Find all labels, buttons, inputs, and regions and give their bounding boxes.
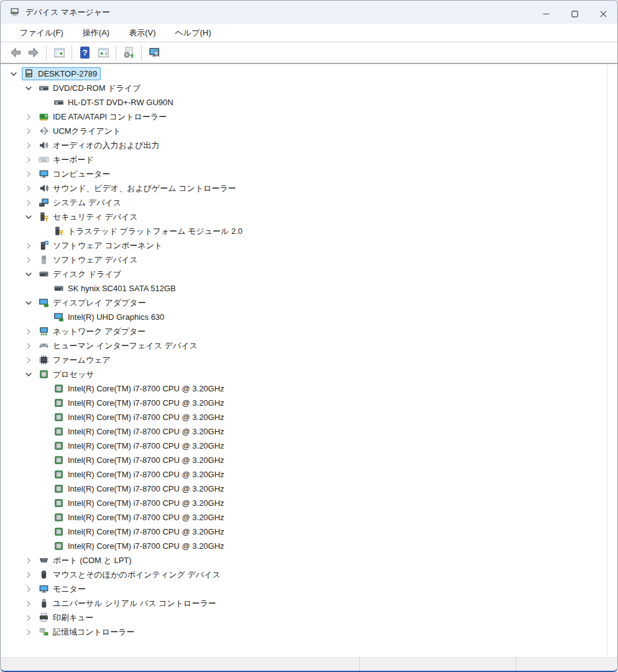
tree-item-software-devices[interactable]: ソフトウェア デバイス xyxy=(1,253,617,267)
tree-item-label: Intel(R) UHD Graphics 630 xyxy=(68,312,164,322)
tree-item-desktop-2789[interactable]: DESKTOP-2789 xyxy=(1,67,617,81)
tree-item-print-queues[interactable]: 印刷キュー xyxy=(1,610,617,625)
scan-hardware-changes-button[interactable] xyxy=(145,44,164,62)
tree-item-audio-inputs-outputs[interactable]: オーディオの入力および出力 xyxy=(1,138,617,152)
window-title: デバイス マネージャー xyxy=(25,7,110,18)
tree-item-system-devices[interactable]: システム デバイス xyxy=(1,195,617,210)
tree-item-cpu-1[interactable]: Intel(R) Core(TM) i7-8700 CPU @ 3.20GHz xyxy=(1,396,617,410)
expander-expanded[interactable] xyxy=(21,210,37,224)
tree-item-software-components[interactable]: ソフトウェア コンポーネント xyxy=(1,238,617,253)
tree-item-cpu-8[interactable]: Intel(R) Core(TM) i7-8700 CPU @ 3.20GHz xyxy=(1,496,617,510)
expander-spacer xyxy=(35,539,52,553)
tree-item-display-adapters[interactable]: ディスプレイ アダプター xyxy=(1,296,617,310)
tree-item-content: ヒューマン インターフェイス デバイス xyxy=(37,339,201,353)
expander-collapsed[interactable] xyxy=(21,138,37,152)
minimize-button[interactable] xyxy=(532,1,560,24)
tree-item-intel-uhd-graphics-630[interactable]: Intel(R) UHD Graphics 630 xyxy=(1,310,617,324)
software-component-icon xyxy=(39,240,49,251)
properties-button[interactable] xyxy=(94,44,113,62)
tree-item-cpu-3[interactable]: Intel(R) Core(TM) i7-8700 CPU @ 3.20GHz xyxy=(1,424,617,439)
maximize-button[interactable] xyxy=(560,1,589,24)
tree-item-hl-dt-st-dvd-rw-gu90n[interactable]: HL-DT-ST DVD+-RW GU90N xyxy=(1,95,617,110)
tree-item-usb-controllers[interactable]: ユニバーサル シリアル バス コントローラー xyxy=(1,596,617,610)
tree-item-label: オーディオの入力および出力 xyxy=(53,140,159,151)
tree-item-cpu-4[interactable]: Intel(R) Core(TM) i7-8700 CPU @ 3.20GHz xyxy=(1,439,617,453)
expander-collapsed[interactable] xyxy=(21,152,37,167)
tree-item-ucm-clients[interactable]: UCMクライアント xyxy=(1,124,617,138)
tree-item-content: SK hynix SC401 SATA 512GB xyxy=(52,282,180,295)
tree-item-keyboards[interactable]: キーボード xyxy=(1,152,617,167)
expander-expanded[interactable] xyxy=(6,67,22,81)
expander-collapsed[interactable] xyxy=(21,167,37,181)
expander-collapsed[interactable] xyxy=(21,567,37,582)
expander-collapsed[interactable] xyxy=(21,195,37,210)
properties-icon xyxy=(97,46,110,59)
tree-item-mice-pointing-devices[interactable]: マウスとそのほかのポインティング デバイス xyxy=(1,567,617,582)
tree-item-cpu-0[interactable]: Intel(R) Core(TM) i7-8700 CPU @ 3.20GHz xyxy=(1,381,617,396)
menu-help[interactable]: ヘルプ(H) xyxy=(168,24,218,42)
title-bar: デバイス マネージャー xyxy=(1,1,617,24)
expander-expanded[interactable] xyxy=(21,267,37,281)
tree-item-tpm-2-0[interactable]: トラステッド プラットフォーム モジュール 2.0 xyxy=(1,224,617,238)
tree-item-human-interface-devices[interactable]: ヒューマン インターフェイス デバイス xyxy=(1,338,617,353)
expander-collapsed[interactable] xyxy=(21,553,37,567)
tree-item-label: Intel(R) Core(TM) i7-8700 CPU @ 3.20GHz xyxy=(68,398,224,408)
monitor-icon xyxy=(39,169,49,179)
expander-collapsed[interactable] xyxy=(21,625,37,639)
expander-collapsed[interactable] xyxy=(21,582,37,596)
expander-collapsed[interactable] xyxy=(21,124,37,138)
close-button[interactable] xyxy=(589,1,617,24)
toolbar-separator xyxy=(116,45,116,60)
expander-collapsed[interactable] xyxy=(21,338,37,353)
tree-item-content: Intel(R) Core(TM) i7-8700 CPU @ 3.20GHz xyxy=(52,454,228,467)
tree-item-cpu-6[interactable]: Intel(R) Core(TM) i7-8700 CPU @ 3.20GHz xyxy=(1,467,617,482)
forward-button[interactable] xyxy=(24,44,43,62)
menu-file[interactable]: ファイル(F) xyxy=(13,24,70,42)
expander-collapsed[interactable] xyxy=(21,610,37,625)
tree-item-disk-drives[interactable]: ディスク ドライブ xyxy=(1,267,617,281)
tree-item-label: ファームウェア xyxy=(53,355,111,366)
tree-item-network-adapters[interactable]: ネットワーク アダプター xyxy=(1,324,617,338)
expander-expanded[interactable] xyxy=(21,296,37,310)
tree-item-cpu-7[interactable]: Intel(R) Core(TM) i7-8700 CPU @ 3.20GHz xyxy=(1,482,617,496)
expander-expanded[interactable] xyxy=(21,81,37,95)
tree-item-content: ディスク ドライブ xyxy=(37,268,125,281)
tree-item-computer[interactable]: コンピューター xyxy=(1,167,617,181)
tree-item-content: DVD/CD-ROM ドライブ xyxy=(37,82,144,95)
update-driver-button[interactable] xyxy=(119,44,138,62)
tree-item-cpu-9[interactable]: Intel(R) Core(TM) i7-8700 CPU @ 3.20GHz xyxy=(1,510,617,525)
tree-item-ports-com-lpt[interactable]: ポート (COM と LPT) xyxy=(1,553,617,567)
expander-collapsed[interactable] xyxy=(21,324,37,338)
tree-item-content: プロセッサ xyxy=(37,368,98,381)
tree-item-processors[interactable]: プロセッサ xyxy=(1,367,617,381)
expander-collapsed[interactable] xyxy=(21,253,37,267)
tree-item-cpu-5[interactable]: Intel(R) Core(TM) i7-8700 CPU @ 3.20GHz xyxy=(1,453,617,467)
tree-item-sk-hynix-sc401[interactable]: SK hynix SC401 SATA 512GB xyxy=(1,281,617,296)
show-console-tree-button[interactable] xyxy=(50,44,68,62)
tree-item-cpu-11[interactable]: Intel(R) Core(TM) i7-8700 CPU @ 3.20GHz xyxy=(1,539,617,553)
tree-item-firmware[interactable]: ファームウェア xyxy=(1,353,617,367)
tree-item-storage-controllers[interactable]: 記憶域コントローラー xyxy=(1,625,617,639)
menu-view[interactable]: 表示(V) xyxy=(122,24,162,42)
tree-item-ide-ata-atapi-controllers[interactable]: IDE ATA/ATAPI コントローラー xyxy=(1,110,617,124)
tree-item-cpu-10[interactable]: Intel(R) Core(TM) i7-8700 CPU @ 3.20GHz xyxy=(1,525,617,539)
close-icon xyxy=(600,9,607,16)
menu-action[interactable]: 操作(A) xyxy=(76,24,116,42)
scrollbar-track[interactable] xyxy=(607,64,617,657)
tree-item-monitors[interactable]: モニター xyxy=(1,582,617,596)
expander-collapsed[interactable] xyxy=(21,596,37,610)
expander-expanded[interactable] xyxy=(21,367,37,381)
expander-collapsed[interactable] xyxy=(21,353,37,367)
tree-item-sound-video-game[interactable]: サウンド、ビデオ、およびゲーム コントローラー xyxy=(1,181,617,195)
tree-item-cpu-2[interactable]: Intel(R) Core(TM) i7-8700 CPU @ 3.20GHz xyxy=(1,410,617,424)
tree-item-security-devices[interactable]: セキュリティ デバイス xyxy=(1,210,617,224)
expander-collapsed[interactable] xyxy=(21,181,37,195)
expander-collapsed[interactable] xyxy=(21,238,37,253)
help-button[interactable]: ? xyxy=(75,44,94,62)
processor-icon xyxy=(53,426,64,437)
tree-item-dvd-cd-rom-drives[interactable]: DVD/CD-ROM ドライブ xyxy=(1,81,617,95)
expander-spacer xyxy=(35,281,52,296)
back-button[interactable] xyxy=(6,44,24,62)
tree-item-content: Intel(R) Core(TM) i7-8700 CPU @ 3.20GHz xyxy=(52,511,228,524)
expander-collapsed[interactable] xyxy=(21,110,37,124)
